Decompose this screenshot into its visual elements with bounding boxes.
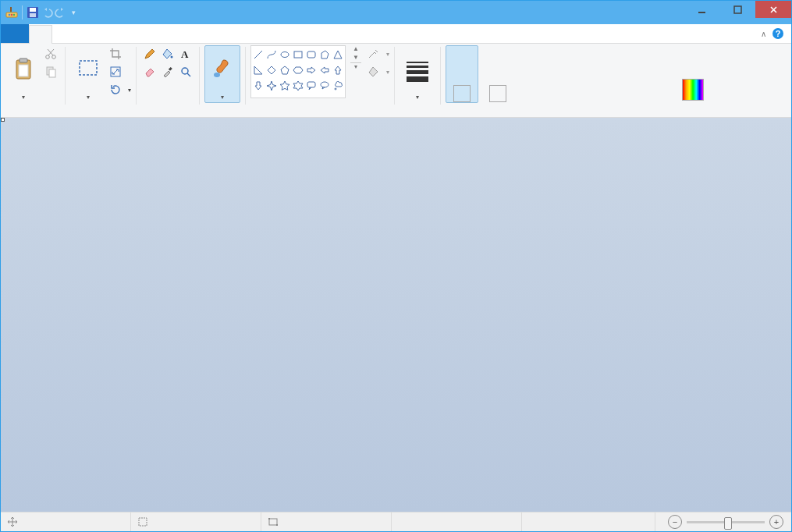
svg-rect-21 [169, 67, 172, 71]
hexagon-shape[interactable] [292, 62, 305, 78]
svg-rect-32 [268, 518, 270, 520]
magnifier-tool[interactable] [177, 63, 194, 80]
svg-point-3 [13, 14, 16, 16]
window-controls [684, 1, 791, 24]
curve-shape[interactable] [265, 47, 279, 62]
oval-shape[interactable] [279, 47, 292, 62]
zoom-slider-thumb[interactable] [724, 517, 732, 530]
svg-rect-12 [19, 65, 28, 76]
triangle-shape[interactable] [331, 47, 344, 62]
up-arrow-shape[interactable] [331, 62, 344, 78]
svg-rect-8 [698, 12, 705, 13]
paint-window: ▾ ∧ ? ▾ [0, 0, 792, 532]
text-tool[interactable]: A [177, 45, 194, 62]
brushes-group: ▾ [200, 44, 245, 117]
svg-text:A: A [181, 48, 189, 60]
cursor-position-icon [7, 516, 18, 527]
rotate-button[interactable]: ▾ [109, 81, 131, 98]
fill-tool[interactable] [159, 45, 176, 62]
redo-icon[interactable] [55, 6, 67, 19]
brushes-button[interactable]: ▾ [204, 45, 240, 103]
minimize-ribbon-icon[interactable]: ∧ [761, 30, 766, 38]
pentagon-shape[interactable] [279, 62, 292, 78]
svg-rect-16 [49, 69, 55, 77]
outline-button[interactable]: ▾ [368, 45, 389, 62]
diamond-shape[interactable] [265, 62, 279, 78]
right-triangle-shape[interactable] [252, 62, 265, 78]
select-button[interactable]: ▾ [70, 45, 106, 103]
cloud-callout-shape[interactable] [331, 78, 344, 94]
size-button[interactable]: ▾ [400, 45, 435, 103]
copy-button[interactable] [44, 63, 60, 80]
ribbon-tabs: ∧ ? [1, 24, 791, 44]
resize-button[interactable] [109, 63, 131, 80]
right-arrow-shape[interactable] [304, 62, 318, 78]
size-icon [407, 62, 428, 82]
color2-button[interactable] [481, 45, 514, 103]
zoom-controls: − + [655, 512, 791, 531]
cut-button[interactable] [44, 45, 60, 62]
crop-button[interactable] [109, 45, 131, 62]
shapes-gallery[interactable] [250, 45, 346, 98]
status-bar: − + [1, 512, 791, 531]
fill-button[interactable]: ▾ [368, 63, 389, 80]
undo-icon[interactable] [41, 6, 53, 19]
svg-rect-31 [269, 519, 277, 525]
rectangle-shape[interactable] [292, 47, 305, 62]
zoom-slider[interactable] [687, 521, 765, 523]
svg-rect-25 [294, 51, 302, 58]
size-group: ▾ [395, 44, 440, 117]
help-icon[interactable]: ? [772, 28, 783, 39]
color-picker-tool[interactable] [159, 63, 176, 80]
svg-point-29 [335, 88, 336, 90]
shapes-more-icon[interactable]: ▾ [350, 62, 361, 70]
svg-point-2 [11, 14, 13, 16]
paste-button[interactable]: ▾ [5, 45, 41, 103]
svg-point-13 [46, 55, 50, 59]
four-point-star-shape[interactable] [265, 78, 279, 94]
svg-point-23 [214, 73, 220, 77]
color2-swatch [489, 85, 506, 102]
title-bar: ▾ [1, 1, 791, 24]
edit-colors-icon [682, 79, 704, 101]
down-arrow-shape[interactable] [252, 78, 265, 94]
zoom-in-button[interactable]: + [769, 515, 783, 529]
minimize-button[interactable] [684, 1, 719, 18]
svg-point-22 [182, 68, 188, 74]
zoom-out-button[interactable]: − [668, 515, 682, 529]
svg-point-1 [9, 14, 11, 16]
dimensions-icon [268, 516, 279, 527]
edit-colors-button[interactable] [675, 45, 711, 103]
shapes-scroll-down-icon[interactable]: ▼ [350, 54, 361, 61]
six-point-star-shape[interactable] [292, 78, 305, 94]
eraser-tool[interactable] [141, 63, 158, 80]
maximize-button[interactable] [719, 1, 755, 18]
close-button[interactable] [755, 1, 791, 18]
canvas-dimensions [261, 512, 392, 531]
shapes-scroll-up-icon[interactable]: ▲ [350, 45, 361, 52]
rounded-callout-shape[interactable] [304, 78, 318, 94]
file-tab[interactable] [1, 24, 29, 43]
colors-group [441, 44, 716, 117]
selection-size [131, 512, 261, 531]
svg-rect-6 [30, 8, 36, 12]
resize-handle-corner[interactable] [1, 118, 5, 122]
qat-customize-icon[interactable]: ▾ [69, 9, 79, 16]
svg-rect-17 [80, 61, 97, 75]
canvas-area[interactable] [1, 118, 791, 512]
svg-point-28 [321, 82, 329, 87]
oval-callout-shape[interactable] [318, 78, 331, 94]
svg-point-24 [281, 52, 289, 58]
polygon-shape[interactable] [318, 47, 331, 62]
svg-point-19 [171, 56, 173, 59]
line-shape[interactable] [252, 47, 265, 62]
left-arrow-shape[interactable] [318, 62, 331, 78]
save-icon[interactable] [27, 6, 39, 19]
view-tab[interactable] [52, 24, 76, 43]
home-tab[interactable] [29, 25, 52, 44]
five-point-star-shape[interactable] [279, 78, 292, 94]
pencil-tool[interactable] [141, 45, 158, 62]
rounded-rectangle-shape[interactable] [304, 47, 318, 62]
svg-rect-27 [307, 82, 315, 87]
color1-button[interactable] [446, 45, 478, 103]
